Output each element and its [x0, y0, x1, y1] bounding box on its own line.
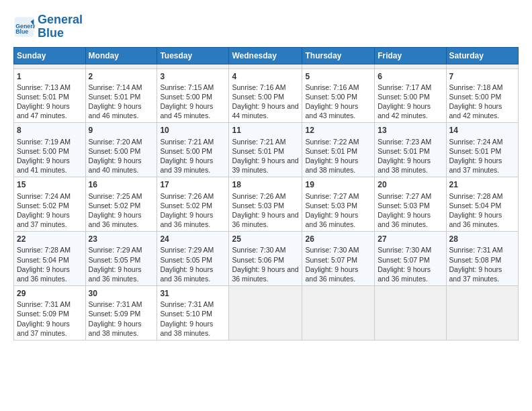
header: General Blue General Blue — [13, 13, 519, 40]
day-info: Daylight: 9 hours and 42 minutes. — [378, 101, 443, 120]
day-info: Sunrise: 7:31 AM — [160, 300, 226, 309]
calendar-cell: 17Sunrise: 7:26 AMSunset: 5:02 PMDayligh… — [157, 177, 229, 232]
day-info: Sunrise: 7:26 AM — [160, 191, 226, 201]
calendar-cell: 10Sunrise: 7:21 AMSunset: 5:00 PMDayligh… — [157, 123, 229, 177]
week-row-1: 1Sunrise: 7:13 AMSunset: 5:01 PMDaylight… — [14, 68, 519, 123]
day-number: 2 — [89, 71, 154, 82]
day-number: 8 — [17, 125, 83, 136]
day-info: Sunrise: 7:28 AM — [17, 245, 83, 255]
calendar-cell: 2Sunrise: 7:14 AMSunset: 5:01 PMDaylight… — [85, 68, 157, 123]
day-number: 30 — [89, 288, 154, 299]
day-info: Daylight: 9 hours and 38 minutes. — [89, 319, 154, 338]
day-info: Daylight: 9 hours and 36 minutes. — [305, 265, 371, 283]
day-info: Sunset: 5:02 PM — [17, 201, 83, 210]
day-info: Sunset: 5:01 PM — [305, 146, 371, 156]
calendar-cell: 14Sunrise: 7:24 AMSunset: 5:01 PMDayligh… — [446, 123, 518, 177]
day-info: Sunrise: 7:24 AM — [17, 191, 83, 201]
day-number: 6 — [378, 71, 443, 82]
calendar-cell: 23Sunrise: 7:29 AMSunset: 5:05 PMDayligh… — [85, 232, 157, 286]
day-info: Sunset: 5:03 PM — [232, 201, 299, 210]
day-info: Sunset: 5:00 PM — [160, 146, 226, 156]
day-number: 24 — [160, 234, 226, 244]
day-number: 12 — [305, 125, 371, 136]
day-info: Sunrise: 7:17 AM — [378, 83, 443, 92]
day-info: Daylight: 9 hours and 38 minutes. — [305, 156, 371, 175]
day-info: Sunset: 5:05 PM — [89, 255, 154, 265]
calendar-cell: 9Sunrise: 7:20 AMSunset: 5:00 PMDaylight… — [85, 123, 157, 177]
week-row-2: 8Sunrise: 7:19 AMSunset: 5:00 PMDaylight… — [14, 123, 519, 177]
day-info: Daylight: 9 hours and 38 minutes. — [160, 319, 226, 338]
calendar-cell: 20Sunrise: 7:27 AMSunset: 5:03 PMDayligh… — [375, 177, 446, 232]
col-header-wednesday: Wednesday — [229, 47, 302, 64]
day-info: Sunrise: 7:16 AM — [232, 83, 299, 92]
day-info: Daylight: 9 hours and 37 minutes. — [17, 319, 83, 338]
calendar-cell: 16Sunrise: 7:25 AMSunset: 5:02 PMDayligh… — [85, 177, 157, 232]
day-number: 21 — [449, 179, 515, 190]
day-info: Sunset: 5:04 PM — [449, 201, 515, 210]
week-row-5: 29Sunrise: 7:31 AMSunset: 5:09 PMDayligh… — [14, 286, 519, 340]
day-number: 15 — [17, 179, 83, 190]
calendar-cell: 11Sunrise: 7:21 AMSunset: 5:01 PMDayligh… — [229, 123, 302, 177]
col-header-friday: Friday — [375, 47, 446, 64]
day-number: 1 — [17, 71, 83, 82]
col-header-saturday: Saturday — [446, 47, 518, 64]
header-row: SundayMondayTuesdayWednesdayThursdayFrid… — [14, 47, 519, 64]
calendar-cell: 29Sunrise: 7:31 AMSunset: 5:09 PMDayligh… — [14, 286, 86, 340]
calendar-cell: 24Sunrise: 7:29 AMSunset: 5:05 PMDayligh… — [157, 232, 229, 286]
calendar-cell — [157, 64, 229, 68]
day-info: Sunrise: 7:21 AM — [232, 137, 299, 146]
day-info: Sunrise: 7:31 AM — [89, 300, 154, 309]
calendar-cell — [375, 286, 446, 340]
day-info: Daylight: 9 hours and 37 minutes. — [17, 210, 83, 229]
day-info: Sunrise: 7:24 AM — [449, 137, 515, 146]
day-number: 7 — [449, 71, 515, 82]
day-info: Sunset: 5:00 PM — [232, 92, 299, 101]
calendar-cell: 18Sunrise: 7:26 AMSunset: 5:03 PMDayligh… — [229, 177, 302, 232]
day-number: 14 — [449, 125, 515, 136]
day-info: Daylight: 9 hours and 36 minutes. — [449, 210, 515, 229]
day-info: Sunrise: 7:29 AM — [160, 245, 226, 255]
day-info: Sunrise: 7:26 AM — [232, 191, 299, 201]
day-info: Sunrise: 7:27 AM — [378, 191, 443, 201]
day-info: Daylight: 9 hours and 39 minutes. — [232, 156, 299, 175]
day-info: Daylight: 9 hours and 36 minutes. — [17, 265, 83, 283]
calendar-cell: 7Sunrise: 7:18 AMSunset: 5:00 PMDaylight… — [446, 68, 518, 123]
day-number: 27 — [378, 234, 443, 244]
day-info: Sunset: 5:08 PM — [449, 255, 515, 265]
calendar-cell — [229, 286, 302, 340]
calendar-cell: 6Sunrise: 7:17 AMSunset: 5:00 PMDaylight… — [375, 68, 446, 123]
day-info: Sunset: 5:09 PM — [17, 309, 83, 318]
day-info: Daylight: 9 hours and 36 minutes. — [232, 210, 299, 229]
col-header-sunday: Sunday — [14, 47, 86, 64]
day-number: 13 — [378, 125, 443, 136]
day-info: Daylight: 9 hours and 43 minutes. — [305, 101, 371, 120]
svg-text:Blue: Blue — [15, 28, 28, 35]
day-info: Daylight: 9 hours and 45 minutes. — [160, 101, 226, 120]
col-header-monday: Monday — [85, 47, 157, 64]
day-info: Daylight: 9 hours and 36 minutes. — [378, 210, 443, 229]
calendar-cell: 27Sunrise: 7:30 AMSunset: 5:07 PMDayligh… — [375, 232, 446, 286]
day-info: Sunrise: 7:27 AM — [305, 191, 371, 201]
day-info: Sunrise: 7:18 AM — [449, 83, 515, 92]
day-info: Sunrise: 7:23 AM — [378, 137, 443, 146]
day-info: Daylight: 9 hours and 36 minutes. — [160, 210, 226, 229]
day-info: Daylight: 9 hours and 39 minutes. — [160, 156, 226, 175]
day-number: 17 — [160, 179, 226, 190]
calendar-cell — [446, 64, 518, 68]
day-number: 3 — [160, 71, 226, 82]
day-number: 5 — [305, 71, 371, 82]
day-info: Sunrise: 7:30 AM — [378, 245, 443, 255]
day-info: Daylight: 9 hours and 41 minutes. — [17, 156, 83, 175]
day-info: Sunrise: 7:31 AM — [449, 245, 515, 255]
page: General Blue General Blue SundayMondayTu… — [0, 0, 532, 411]
day-info: Daylight: 9 hours and 38 minutes. — [378, 156, 443, 175]
day-info: Sunrise: 7:22 AM — [305, 137, 371, 146]
col-header-thursday: Thursday — [302, 47, 375, 64]
week-row-4: 22Sunrise: 7:28 AMSunset: 5:04 PMDayligh… — [14, 232, 519, 286]
calendar-cell: 19Sunrise: 7:27 AMSunset: 5:03 PMDayligh… — [302, 177, 375, 232]
day-info: Sunrise: 7:20 AM — [89, 137, 154, 146]
day-info: Sunset: 5:03 PM — [378, 201, 443, 210]
day-number: 26 — [305, 234, 371, 244]
day-info: Sunset: 5:00 PM — [160, 92, 226, 101]
day-info: Sunset: 5:01 PM — [89, 92, 154, 101]
